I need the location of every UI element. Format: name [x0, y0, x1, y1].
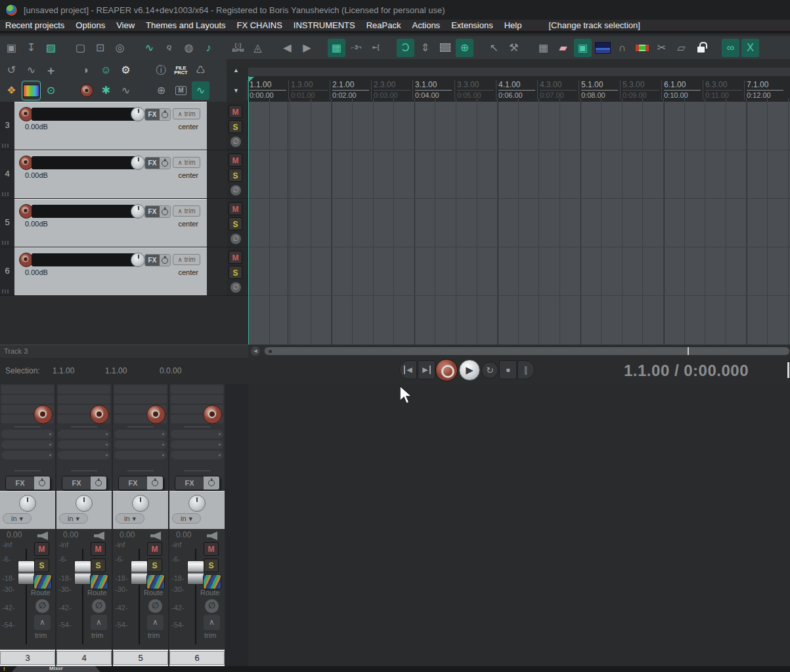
- gain-readout[interactable]: 0.00: [7, 530, 22, 539]
- mute-button[interactable]: M: [34, 542, 49, 556]
- send-slot[interactable]: [114, 430, 167, 438]
- fx-insert-slot[interactable]: [171, 395, 223, 404]
- split-items-button[interactable]: ✂: [653, 39, 670, 57]
- volume-knob[interactable]: [131, 204, 145, 219]
- theme-button[interactable]: [594, 39, 611, 57]
- pan-knob[interactable]: [19, 495, 36, 512]
- envelope-trim-button[interactable]: ∧trim: [173, 205, 200, 217]
- volume-fader[interactable]: [187, 560, 204, 585]
- info-button[interactable]: ⓘ: [152, 61, 170, 79]
- send-slot[interactable]: [114, 440, 167, 449]
- horizontal-scrollbar[interactable]: ◀: [248, 345, 790, 358]
- mixer-fx-button[interactable]: FX: [62, 476, 107, 490]
- menu-fx-chains[interactable]: FX CHAINS: [237, 20, 282, 30]
- phase-button[interactable]: ∅: [35, 599, 49, 613]
- strip-number[interactable]: 6: [169, 651, 225, 665]
- scrollbar-track[interactable]: [263, 347, 789, 355]
- tab-mixer[interactable]: Mixer: [12, 666, 100, 672]
- spectral-peaks-button[interactable]: [22, 81, 40, 100]
- marquee-select-button[interactable]: [436, 39, 454, 57]
- new-take-button[interactable]: ▱: [672, 39, 690, 57]
- go-to-end-button[interactable]: ▶: [418, 360, 435, 379]
- fx-button[interactable]: FX: [145, 158, 160, 169]
- pan-knob[interactable]: [132, 495, 149, 512]
- route-button[interactable]: [90, 574, 108, 589]
- scroll-down-button[interactable]: ▼: [227, 81, 245, 100]
- solo-button[interactable]: S: [229, 169, 242, 182]
- media-m-button[interactable]: M: [172, 81, 190, 100]
- mute-button[interactable]: M: [147, 542, 162, 556]
- send-slot[interactable]: [58, 440, 110, 449]
- next-marker-button[interactable]: ▶: [298, 39, 316, 57]
- fx-bypass-button[interactable]: [34, 476, 50, 490]
- phase-button[interactable]: ∅: [92, 599, 106, 613]
- route-button[interactable]: [33, 574, 52, 589]
- open-project-button[interactable]: ▨: [42, 39, 60, 57]
- volume-knob[interactable]: [131, 253, 145, 267]
- gain-readout[interactable]: 0.00: [63, 530, 78, 539]
- phase-button[interactable]: ∅: [205, 599, 219, 613]
- track-number[interactable]: 5: [0, 199, 14, 247]
- go-to-start-button[interactable]: ◀: [399, 360, 417, 379]
- input-selector[interactable]: in▾: [172, 513, 201, 524]
- metronome-drum-button[interactable]: ◍: [180, 39, 198, 57]
- envelope-trim-button[interactable]: ∧trim: [173, 157, 200, 168]
- add-track-button[interactable]: +: [42, 61, 60, 79]
- visibility-folder-button[interactable]: ⊙: [42, 81, 60, 100]
- color-folder-button[interactable]: ❖: [3, 81, 20, 100]
- envelope-unlink-button[interactable]: ∩: [613, 39, 631, 57]
- record-button[interactable]: [435, 359, 458, 381]
- send-slot[interactable]: [171, 440, 223, 449]
- fx-insert-slot[interactable]: [58, 385, 110, 394]
- envelope-touch-button[interactable]: ∿: [192, 81, 209, 100]
- menu-change-track-selection[interactable]: [Change track selection]: [548, 20, 640, 30]
- track-control-panel[interactable]: FX ∧trim 0.00dB center: [14, 247, 207, 295]
- zoom-selection-button[interactable]: ⊕: [456, 39, 473, 57]
- input-selector[interactable]: in▾: [116, 513, 144, 524]
- reaper-menu-button[interactable]: ◗: [77, 61, 95, 79]
- route-button[interactable]: [146, 574, 165, 589]
- fx-insert-slot[interactable]: [1, 395, 54, 404]
- selection-end[interactable]: 1.1.00: [105, 366, 127, 375]
- quantize-button[interactable]: Q: [160, 39, 178, 57]
- trash-button[interactable]: ♺: [192, 61, 209, 79]
- zoom-vertical-button[interactable]: ⇕: [416, 39, 434, 57]
- menu-options[interactable]: Options: [76, 20, 105, 30]
- mixer-fx-button[interactable]: FX: [175, 476, 220, 490]
- solo-button[interactable]: S: [229, 217, 242, 230]
- stop-button[interactable]: ■: [499, 360, 517, 379]
- send-slot[interactable]: [1, 451, 54, 459]
- volume-knob[interactable]: [131, 107, 145, 121]
- send-slot[interactable]: [58, 451, 110, 459]
- new-project-button[interactable]: ▢: [72, 39, 89, 57]
- fx-insert-slot[interactable]: [171, 385, 223, 394]
- scroll-left-button[interactable]: ◀: [251, 346, 260, 356]
- pan-knob[interactable]: [76, 495, 93, 512]
- track-number[interactable]: 4: [0, 150, 14, 198]
- time-position-display[interactable]: 1.1.00 / 0:00.000: [624, 362, 755, 380]
- save-project-button[interactable]: ▣: [3, 39, 20, 57]
- volume-slider[interactable]: [32, 108, 138, 121]
- track-number[interactable]: 3: [0, 102, 14, 150]
- selection-start[interactable]: 1.1.00: [53, 366, 74, 375]
- record-arm-button[interactable]: [33, 405, 53, 424]
- play-button[interactable]: ▶: [459, 360, 480, 381]
- menu-themes-layouts[interactable]: Themes and Layouts: [146, 20, 225, 30]
- send-slot[interactable]: [1, 440, 54, 449]
- fx-bypass-button[interactable]: [160, 158, 170, 169]
- phase-button[interactable]: ∅: [230, 234, 241, 244]
- fx-bypass-button[interactable]: [160, 255, 170, 266]
- file-protect-button[interactable]: FILE PRCT: [172, 61, 190, 79]
- record-arm-button[interactable]: [203, 405, 222, 424]
- solo-button[interactable]: S: [229, 266, 242, 279]
- item-edges-button[interactable]: [633, 39, 651, 57]
- group-items-button[interactable]: ▣: [574, 39, 592, 57]
- link-toggle-button[interactable]: ∞: [722, 39, 739, 57]
- menu-view[interactable]: View: [116, 20, 135, 30]
- mute-button[interactable]: M: [229, 251, 242, 264]
- volume-slider[interactable]: [32, 253, 138, 266]
- input-selector[interactable]: in▾: [59, 513, 88, 524]
- fx-bypass-button[interactable]: [160, 206, 170, 217]
- envelope-trim-button[interactable]: ∧: [34, 615, 51, 630]
- metronome-bell-button[interactable]: ◬: [249, 39, 267, 57]
